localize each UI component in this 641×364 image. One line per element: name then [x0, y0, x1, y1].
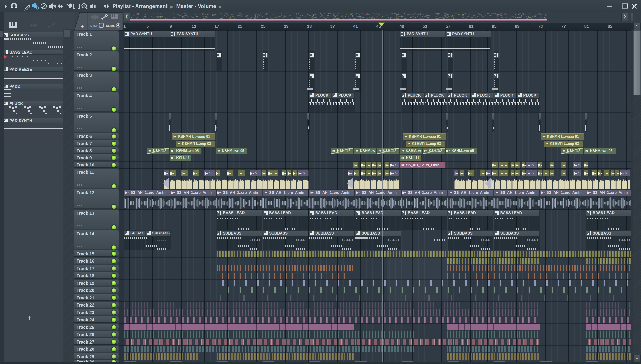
svg-text:+: + — [80, 23, 84, 30]
svg-text:STEP: STEP — [90, 24, 98, 28]
svg-text:SLIDE: SLIDE — [106, 24, 115, 28]
